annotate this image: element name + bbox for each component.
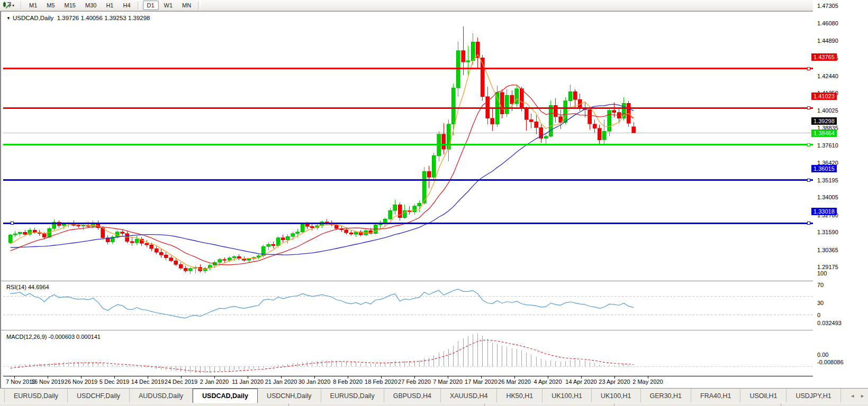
macd-axis-tick: 0.00 bbox=[817, 352, 828, 358]
date-axis-label: 14 Dec 2019 bbox=[131, 379, 164, 385]
timeframe-button-mn[interactable]: MN bbox=[178, 1, 195, 10]
date-axis-label: 26 Mar 2020 bbox=[498, 379, 531, 385]
chart-tab-eurusd-daily-5[interactable]: EURUSD,Daily bbox=[321, 389, 384, 403]
timeframe-buttons: M1M5M15M30H1H4D1W1MN bbox=[24, 1, 196, 10]
hline-price-flag: 1.41023 bbox=[811, 93, 837, 100]
chart-tab-bar: EURUSD,DailyUSDCHF,DailyAUDUSD,DailyUSDC… bbox=[0, 388, 868, 403]
chart-tab-usdchf-daily-1[interactable]: USDCHF,Daily bbox=[68, 389, 130, 403]
price-axis-tick: 1.35195 bbox=[817, 177, 838, 183]
price-axis-tick: 1.31590 bbox=[817, 229, 838, 235]
chart-tab-fra40-h1-12[interactable]: FRA40,H1 bbox=[691, 389, 740, 403]
chart-tab-ger30-h1-11[interactable]: GER30,H1 bbox=[641, 389, 691, 403]
status-separator bbox=[614, 403, 614, 406]
date-axis-label: 5 Dec 2019 bbox=[100, 379, 129, 385]
date-axis[interactable]: 7 Nov 201916 Nov 201926 Nov 20195 Dec 20… bbox=[3, 378, 814, 386]
price-axis[interactable]: 1.473051.460801.448901.436651.424401.412… bbox=[813, 0, 868, 377]
chart-tab-eurusd-daily-0[interactable]: EURUSD,Daily bbox=[4, 389, 68, 403]
charts-dropdown-caret[interactable]: ▾ bbox=[12, 3, 14, 8]
rsi-axis-tick: 100 bbox=[817, 270, 827, 276]
hline-price-flag: 1.36015 bbox=[811, 165, 837, 172]
timeframe-button-m30[interactable]: M30 bbox=[81, 1, 101, 10]
date-axis-label: 24 Dec 2019 bbox=[165, 379, 197, 385]
bid-price-flag: 1.39298 bbox=[811, 117, 837, 125]
date-axis-label: 30 Jan 2020 bbox=[299, 379, 331, 385]
date-axis-label: 7 Mar 2020 bbox=[433, 379, 463, 385]
timeframe-button-w1[interactable]: W1 bbox=[160, 1, 177, 10]
rsi-axis-tick: 30 bbox=[817, 300, 824, 306]
toolbar-separator bbox=[198, 2, 201, 10]
macd-axis-tick: -0.008086 bbox=[817, 359, 844, 365]
chart-tab-xauusd-h4-7[interactable]: XAUUSD,H4 bbox=[441, 389, 498, 403]
hline-price-flag: 1.43765 bbox=[811, 53, 837, 61]
date-axis-label: 21 Jan 2020 bbox=[265, 379, 297, 385]
chart-title-symbol: USDCAD,Daily bbox=[13, 15, 53, 21]
status-strip bbox=[0, 403, 868, 406]
macd-indicator-label: MACD(12,26,9) -0.000603 0.000141 bbox=[6, 334, 101, 340]
chart-tab-usoil-h1-13[interactable]: USOil,H1 bbox=[740, 389, 786, 403]
charts-icon[interactable] bbox=[2, 2, 12, 10]
chart-tab-hk50-h1-8[interactable]: HK50,H1 bbox=[497, 389, 542, 403]
hline-price-flag: 1.38464 bbox=[811, 130, 837, 137]
date-axis-label: 4 Apr 2020 bbox=[534, 379, 562, 385]
chart-title-quote: 1.39726 1.40056 1.39253 1.39298 bbox=[57, 15, 150, 21]
chart-window: ▼USDCAD,Daily 1.39726 1.40056 1.39253 1.… bbox=[0, 11, 868, 388]
date-axis-label: 8 Feb 2020 bbox=[333, 379, 363, 385]
chart-tab-gbpusd-h4-6[interactable]: GBPUSD,H4 bbox=[384, 389, 441, 403]
price-axis-tick: 1.34005 bbox=[817, 194, 838, 200]
price-axis-tick: 1.42440 bbox=[817, 73, 838, 79]
chart-tab-usdcnh-daily-4[interactable]: USDCNH,Daily bbox=[258, 389, 321, 403]
chart-tab-uk100-h1-10[interactable]: UK100,H1 bbox=[592, 389, 641, 403]
rsi-axis-tick: 70 bbox=[817, 282, 824, 288]
main-rsi-separator[interactable] bbox=[1, 281, 868, 283]
chart-title-collapse-icon[interactable]: ▼ bbox=[6, 16, 11, 21]
timeframe-button-m5[interactable]: M5 bbox=[42, 1, 59, 10]
price-axis-tick: 1.37610 bbox=[817, 142, 838, 149]
toolbar-separator bbox=[138, 2, 140, 10]
timeframe-button-m15[interactable]: M15 bbox=[60, 1, 80, 10]
price-axis-tick: 1.44890 bbox=[817, 38, 838, 44]
status-separator bbox=[781, 403, 781, 406]
macd-axis-tick: 0.032493 bbox=[817, 320, 842, 326]
price-axis-tick: 1.40025 bbox=[817, 107, 838, 114]
chart-plot-area[interactable] bbox=[3, 12, 814, 380]
rsi-macd-separator[interactable] bbox=[1, 330, 868, 332]
date-axis-label: 27 Feb 2020 bbox=[398, 379, 431, 385]
date-axis-label: 16 Nov 2019 bbox=[31, 379, 64, 385]
rsi-indicator-label: RSI(14) 44.6964 bbox=[6, 284, 49, 290]
timeframe-button-h4[interactable]: H4 bbox=[119, 1, 134, 10]
date-axis-label: 26 Nov 2019 bbox=[65, 379, 97, 385]
mt4-terminal: ▾ M1M5M15M30H1H4D1W1MN ▾ ▼USDCAD,Daily 1… bbox=[0, 0, 868, 406]
timeframe-button-h1[interactable]: H1 bbox=[102, 1, 117, 10]
price-axis-tick: 1.30365 bbox=[817, 247, 838, 253]
timeframe-button-m1[interactable]: M1 bbox=[25, 1, 41, 10]
date-axis-label: 14 Apr 2020 bbox=[565, 379, 596, 385]
date-axis-label: 2 May 2020 bbox=[632, 379, 663, 385]
rsi-axis-tick: 0 bbox=[817, 312, 820, 318]
tab-scroll-right-icon[interactable]: ► bbox=[860, 393, 865, 399]
hline-price-flag: 1.33018 bbox=[811, 208, 837, 215]
tab-scroll-arrows: ◄► bbox=[850, 389, 865, 403]
date-axis-label: 2 Jan 2020 bbox=[200, 379, 229, 385]
price-axis-tick: 1.47305 bbox=[817, 3, 838, 9]
date-axis-label: 11 Jan 2020 bbox=[232, 379, 264, 385]
timeframe-button-d1[interactable]: D1 bbox=[143, 1, 159, 10]
date-axis-label: 23 Apr 2020 bbox=[599, 379, 630, 385]
chart-tab-audusd-daily-2[interactable]: AUDUSD,Daily bbox=[130, 389, 193, 403]
timeframe-toolbar: ▾ M1M5M15M30H1H4D1W1MN ▾ bbox=[0, 0, 868, 11]
chart-title: ▼USDCAD,Daily 1.39726 1.40056 1.39253 1.… bbox=[6, 15, 150, 21]
chart-tab-usdcad-daily-3[interactable]: USDCAD,Daily bbox=[193, 389, 258, 403]
chart-tab-usdjpy-h1-14[interactable]: USDJPY,H1 bbox=[786, 389, 840, 403]
price-axis-tick: 1.29175 bbox=[817, 264, 838, 270]
status-separator bbox=[288, 403, 289, 406]
status-separator bbox=[484, 403, 485, 406]
toolbar-grip[interactable] bbox=[20, 2, 22, 9]
chart-tab-uk100-h1-9[interactable]: UK100,H1 bbox=[542, 389, 592, 403]
tab-scroll-left-icon[interactable]: ◄ bbox=[850, 393, 855, 399]
date-axis-label: 17 Mar 2020 bbox=[465, 379, 498, 385]
date-axis-label: 18 Feb 2020 bbox=[365, 379, 397, 385]
price-axis-tick: 1.46080 bbox=[817, 20, 838, 26]
